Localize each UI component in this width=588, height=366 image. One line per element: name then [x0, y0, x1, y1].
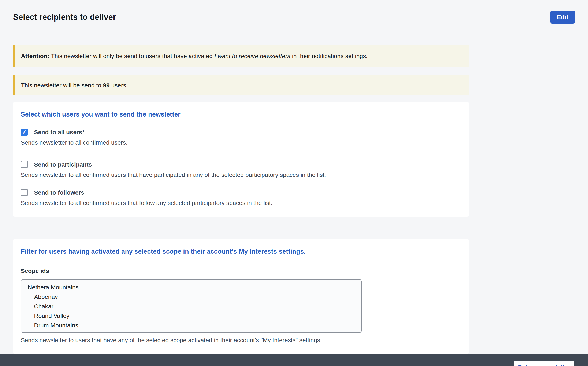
send-to-all-users-row[interactable]: ✓ Send to all users* — [21, 129, 461, 136]
options-divider — [21, 150, 461, 150]
deliver-newsletter-button[interactable]: Deliver newsletter — [514, 360, 574, 366]
option-send-to-participants: Send to participants Sends newsletter to… — [21, 161, 461, 178]
scope-option-round-valley[interactable]: Round Valley — [21, 311, 361, 321]
attention-prefix: Attention: — [21, 53, 49, 59]
send-to-all-users-help: Sends newsletter to all confirmed users. — [21, 139, 461, 146]
send-to-all-users-label: Send to all users* — [34, 129, 85, 136]
main-content: Select recipients to deliver Edit Attent… — [0, 0, 588, 354]
send-to-participants-label: Send to participants — [34, 161, 92, 168]
recipient-count-text: This newsletter will be send to 99 users… — [21, 82, 128, 89]
attention-text-before: This newsletter will only be send to use… — [49, 53, 214, 59]
recipients-card: Select which users you want to send the … — [13, 102, 469, 217]
option-send-to-all-users: ✓ Send to all users* Sends newsletter to… — [21, 129, 461, 150]
recipient-count-number: 99 — [103, 82, 110, 89]
attention-callout: Attention: This newsletter will only be … — [13, 45, 469, 67]
scope-option-abbenay[interactable]: Abbenay — [21, 292, 361, 302]
scope-option-chakar[interactable]: Chakar — [21, 302, 361, 311]
send-to-followers-checkbox[interactable] — [21, 189, 28, 196]
scope-filter-help: Sends newsletter to users that have any … — [21, 337, 461, 344]
send-to-all-users-checkbox[interactable]: ✓ — [21, 129, 28, 136]
attention-text-after: in their notifications settings. — [290, 53, 368, 59]
scope-filter-heading: Filter for users having activated any se… — [21, 248, 461, 255]
scope-ids-listbox[interactable]: Nethera Mountains Abbenay Chakar Round V… — [21, 279, 362, 333]
edit-button[interactable]: Edit — [550, 11, 575, 24]
footer-action-bar: Deliver newsletter — [0, 354, 588, 366]
send-to-followers-row[interactable]: Send to followers — [21, 189, 461, 196]
scope-option-nethera-mountains[interactable]: Nethera Mountains — [21, 283, 361, 292]
scope-ids-label: Scope ids — [21, 267, 461, 274]
count-text-before: This newsletter will be send to — [21, 82, 103, 89]
attention-italic-phrase: I want to receive newsletters — [214, 53, 290, 59]
attention-callout-text: Attention: This newsletter will only be … — [21, 53, 368, 60]
scope-option-wide-plain[interactable]: Wide Plain — [21, 330, 361, 333]
recipients-card-heading: Select which users you want to send the … — [21, 111, 461, 118]
option-send-to-followers: Send to followers Sends newsletter to al… — [21, 189, 461, 206]
newsletter-recipients-page: Select recipients to deliver Edit Attent… — [0, 0, 588, 366]
send-to-followers-help: Sends newsletter to all confirmed users … — [21, 199, 461, 206]
send-to-participants-help: Sends newsletter to all confirmed users … — [21, 171, 461, 178]
send-to-participants-checkbox[interactable] — [21, 161, 28, 168]
page-title: Select recipients to deliver — [13, 13, 116, 22]
count-text-after: users. — [110, 82, 128, 89]
send-to-participants-row[interactable]: Send to participants — [21, 161, 461, 168]
scope-option-drum-mountains[interactable]: Drum Mountains — [21, 321, 361, 330]
page-header: Select recipients to deliver Edit — [13, 0, 575, 31]
scope-filter-card: Filter for users having activated any se… — [13, 239, 469, 354]
recipient-count-callout: This newsletter will be send to 99 users… — [13, 75, 469, 95]
send-to-followers-label: Send to followers — [34, 189, 84, 196]
